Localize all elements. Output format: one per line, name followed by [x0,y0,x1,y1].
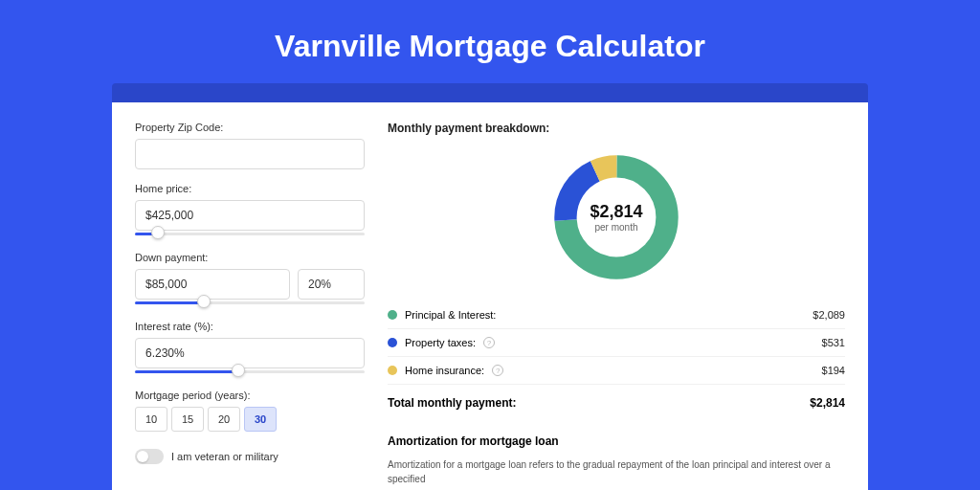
legend-label: Home insurance: [405,365,484,376]
legend-value: $2,089 [813,309,845,321]
rate-slider-thumb[interactable] [232,364,245,377]
down-pct-input[interactable] [298,269,365,300]
rate-group: Interest rate (%): [135,321,365,376]
down-label: Down payment: [135,252,365,263]
page-title: Varnville Mortgage Calculator [0,0,980,83]
breakdown-title: Monthly payment breakdown: [388,122,845,135]
legend-value: $194 [822,365,845,376]
legend-row-insurance: Home insurance: ? $194 [388,357,845,385]
amortization-text: Amortization for a mortgage loan refers … [388,457,845,486]
donut-amount: $2,814 [590,202,642,222]
rate-slider[interactable] [135,367,365,376]
rate-label: Interest rate (%): [135,321,365,332]
info-icon[interactable]: ? [492,365,503,376]
total-value: $2,814 [810,396,845,410]
down-group: Down payment: [135,252,365,307]
total-label: Total monthly payment: [388,396,516,410]
donut-chart: $2,814 per month [549,150,683,284]
total-row: Total monthly payment: $2,814 [388,387,845,410]
dot-icon [388,310,397,320]
veteran-label: I am veteran or military [171,451,278,462]
legend-value: $531 [822,337,845,348]
amortization-section: Amortization for mortgage loan Amortizat… [388,434,845,486]
zip-input[interactable] [135,139,365,169]
card-shadow: Property Zip Code: Home price: Down paym… [112,83,868,490]
period-label: Mortgage period (years): [135,390,365,401]
dot-icon [388,366,397,375]
down-slider[interactable] [135,298,365,307]
period-option-30[interactable]: 30 [244,407,277,432]
legend-label: Property taxes: [405,337,476,348]
dot-icon [388,338,397,347]
price-input[interactable] [135,200,365,231]
info-icon[interactable]: ? [483,337,495,348]
period-option-15[interactable]: 15 [171,407,204,432]
calculator-card: Property Zip Code: Home price: Down paym… [112,102,868,490]
donut-chart-area: $2,814 per month [388,150,845,284]
period-option-10[interactable]: 10 [135,407,167,432]
legend-label: Principal & Interest: [405,309,496,321]
breakdown-panel: Monthly payment breakdown: $2,814 per mo… [388,122,845,486]
veteran-toggle[interactable] [135,449,164,464]
rate-input[interactable] [135,338,365,368]
price-label: Home price: [135,183,365,194]
veteran-row: I am veteran or military [135,449,365,464]
price-group: Home price: [135,183,365,238]
donut-center: $2,814 per month [549,150,683,284]
amortization-title: Amortization for mortgage loan [388,434,845,448]
price-slider-thumb[interactable] [151,226,165,239]
period-options: 10 15 20 30 [135,407,365,432]
down-amount-input[interactable] [135,269,290,300]
zip-group: Property Zip Code: [135,122,365,169]
period-option-20[interactable]: 20 [208,407,240,432]
donut-sub: per month [594,222,637,233]
zip-label: Property Zip Code: [135,122,365,133]
legend-row-principal: Principal & Interest: $2,089 [388,301,845,329]
inputs-panel: Property Zip Code: Home price: Down paym… [135,122,365,486]
period-group: Mortgage period (years): 10 15 20 30 [135,390,365,432]
down-slider-thumb[interactable] [197,295,211,308]
legend-row-taxes: Property taxes: ? $531 [388,329,845,357]
price-slider[interactable] [135,229,365,238]
